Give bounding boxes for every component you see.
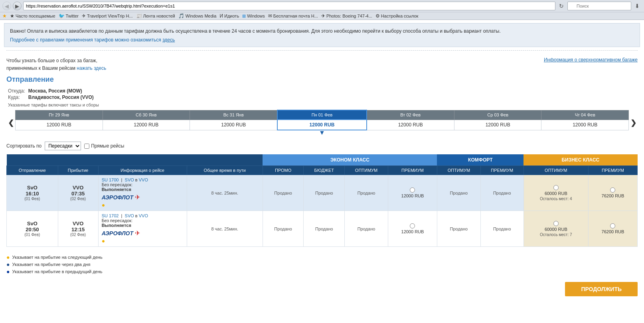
executing: Выполняется bbox=[102, 187, 184, 192]
col-header-eco: ЭКОНОМ КЛАСС bbox=[263, 154, 437, 166]
sub-header-6: ОПТИМУМ bbox=[345, 166, 388, 175]
bookmark-mail[interactable]: ✉ Бесплатная почта Н... bbox=[268, 13, 318, 19]
dep-time: SvO bbox=[10, 185, 55, 191]
eco-premium-radio[interactable] bbox=[410, 223, 415, 228]
date-header[interactable]: Чт 04 Фев bbox=[541, 110, 629, 120]
eco-premium-radio[interactable] bbox=[410, 187, 415, 193]
address-bar[interactable] bbox=[23, 2, 555, 10]
date-price[interactable]: 12000 RUB bbox=[541, 120, 629, 130]
direct-flights-text: Прямые рейсы bbox=[91, 143, 124, 149]
flight-nums: SU 1702 | SVO в VVO bbox=[102, 213, 184, 218]
sub-header-9: ПРЕМИУМ bbox=[480, 166, 523, 175]
svo-link[interactable]: SVO bbox=[125, 177, 134, 182]
date-price[interactable]: 12000 RUB bbox=[277, 120, 366, 130]
date-indicator-empty bbox=[190, 130, 278, 136]
aeroflot-text: АЭРОФЛОТ bbox=[102, 230, 133, 236]
bookmark-windows-media[interactable]: 🎵 Windows Media bbox=[178, 13, 217, 19]
flight-nums: SU 1700 | SVO в VVO bbox=[102, 177, 184, 182]
to-value: Владивосток, Россия (VVO) bbox=[27, 94, 95, 100]
arr-time: 07:35 bbox=[61, 191, 95, 197]
back-button[interactable]: ◀ bbox=[2, 2, 11, 10]
comfort-optimum-cell: Продано bbox=[437, 175, 480, 211]
aeroflot-text: АЭРОФЛОТ bbox=[102, 194, 133, 201]
direct-flights-checkbox[interactable] bbox=[84, 144, 89, 149]
svo-link[interactable]: SVO bbox=[125, 213, 134, 218]
date-price[interactable]: 12000 RUB bbox=[103, 120, 190, 130]
biz-optimum-price: 60000 RUB Осталось мест: 4 bbox=[527, 185, 585, 201]
bookmark-windows[interactable]: ⊞ Windows bbox=[242, 14, 265, 19]
bookmark-photos[interactable]: ✈ Photos: Boeing 747-4... bbox=[321, 13, 372, 19]
bookmark-news[interactable]: 📰 Лента новостей bbox=[136, 13, 175, 19]
vvo-link[interactable]: VVO bbox=[139, 177, 148, 182]
bookmark-icon-news: 📰 bbox=[136, 13, 142, 19]
bookmarks-star-icon: ★ bbox=[2, 13, 7, 19]
date-price[interactable]: 12000 RUB bbox=[190, 120, 278, 130]
notice-sub-text: Подробнее с правилами применения тарифов… bbox=[10, 37, 161, 43]
bookmark-icon-idiot: И bbox=[219, 13, 223, 19]
flight-num-link[interactable]: SU 1700 bbox=[102, 177, 119, 182]
eco-promo-cell: Продано bbox=[263, 211, 304, 247]
flight-in: в bbox=[135, 177, 139, 182]
dep-info: SvO 20:50 (01 Фев) bbox=[10, 221, 55, 237]
search-input[interactable] bbox=[567, 2, 631, 10]
col-header-biz: БИЗНЕС КЛАСС bbox=[523, 154, 637, 166]
sub-header-8: ОПТИМУМ bbox=[437, 166, 480, 175]
date-price[interactable]: 12000 RUB bbox=[16, 120, 103, 130]
dep-cell: SvO 16:10 (01 Фев) bbox=[7, 175, 58, 211]
date-header[interactable]: Сб 30 Янв bbox=[103, 110, 190, 120]
forward-button[interactable]: ▶ bbox=[13, 2, 22, 10]
date-next-button[interactable]: ❯ bbox=[629, 110, 638, 136]
bookmark-idiot[interactable]: И Идиоть bbox=[219, 13, 239, 19]
date-header[interactable]: Пт 29 Янв bbox=[16, 110, 103, 120]
biz-optimum-radio[interactable] bbox=[553, 221, 559, 226]
dot-indicator: ● bbox=[102, 202, 184, 208]
bookmark-icon-windows-media: 🎵 bbox=[178, 13, 184, 19]
eco-budget-cell: Продано bbox=[304, 175, 345, 211]
baggage-left: Чтобы узнать больше о сборах за багаж, п… bbox=[6, 57, 106, 72]
flight-info-cell: SU 1700 | SVO в VVO Без пересадок: Выпол… bbox=[98, 175, 187, 211]
date-header[interactable]: Пн 01 Фев bbox=[277, 110, 366, 120]
date-price[interactable]: 12000 RUB bbox=[367, 120, 454, 130]
direct-flights-label[interactable]: Прямые рейсы bbox=[84, 143, 124, 149]
no-transfer: Без пересадок: bbox=[102, 182, 184, 187]
date-price[interactable]: 12000 RUB bbox=[454, 120, 541, 130]
notice-main-text: Важно! Оплата и выписка авиабилетов по д… bbox=[10, 28, 634, 35]
date-prev-button[interactable]: ❮ bbox=[6, 110, 15, 136]
baggage-line2: применяемых к Вашим рейсам bbox=[6, 65, 75, 71]
dep-time-val: 20:50 bbox=[10, 226, 55, 232]
continue-button[interactable]: ПРОДОЛЖИТЬ bbox=[565, 282, 638, 296]
eco-premium-amount: 12000 RUB bbox=[401, 193, 424, 198]
sort-select[interactable]: ПересадкиЦенаВремя bbox=[45, 142, 81, 150]
baggage-line1: Чтобы узнать больше о сборах за багаж, bbox=[6, 58, 97, 63]
date-header[interactable]: Ср 03 Фев bbox=[454, 110, 541, 120]
sub-header-11: ПРЕМИУМ bbox=[588, 166, 637, 175]
download-button[interactable]: ⬇ bbox=[633, 2, 642, 10]
arr-date: (02 Фев) bbox=[61, 232, 95, 237]
bookmark-settings[interactable]: ⚙ Настройка ссылок bbox=[375, 13, 419, 19]
comfort-premium-cell: Продано bbox=[480, 211, 523, 247]
biz-optimum-amount: 60000 RUB bbox=[545, 191, 567, 196]
excess-baggage-link[interactable]: Информация о сверхнормативном багаже bbox=[544, 57, 638, 63]
vvo-link[interactable]: VVO bbox=[139, 213, 148, 218]
eco-premium-price: 12000 RUB bbox=[391, 187, 434, 198]
biz-optimum-cell: 60000 RUB Осталось мест: 7 bbox=[523, 211, 588, 247]
biz-premium-price: 76200 RUB bbox=[592, 223, 634, 234]
bookmark-twitter[interactable]: 🐦 Twitter bbox=[59, 13, 79, 19]
comfort-optimum-cell: Продано bbox=[437, 211, 480, 247]
biz-premium-radio[interactable] bbox=[610, 187, 615, 193]
notice-link[interactable]: здесь bbox=[162, 37, 175, 43]
legend-item: ● Указывает на прибытие в предыдущий ден… bbox=[6, 268, 638, 275]
biz-premium-radio[interactable] bbox=[610, 223, 615, 228]
date-indicator-empty bbox=[454, 130, 541, 136]
date-header[interactable]: Вс 31 Янв bbox=[190, 110, 278, 120]
flight-num-link[interactable]: SU 1702 bbox=[102, 213, 119, 218]
refresh-button[interactable]: ↻ bbox=[557, 2, 566, 10]
biz-optimum-cell: 60000 RUB Осталось мест: 4 bbox=[523, 175, 588, 211]
no-transfer: Без пересадок: bbox=[102, 218, 184, 223]
biz-optimum-radio[interactable] bbox=[553, 185, 559, 190]
date-header[interactable]: Вт 02 Фев bbox=[367, 110, 454, 120]
eco-optimum-cell: Продано bbox=[345, 211, 388, 247]
bookmark-frequent[interactable]: ★ Часто посещаемые bbox=[10, 13, 55, 19]
bookmark-travelport[interactable]: ✈ Travelport ViewTrip H... bbox=[82, 13, 133, 19]
baggage-link[interactable]: нажать здесь bbox=[77, 65, 106, 71]
